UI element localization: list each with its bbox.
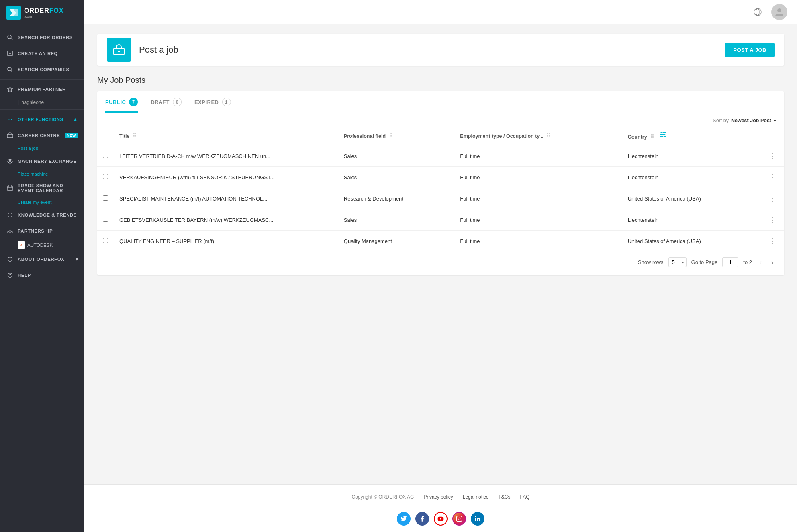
row-employment-type-2: Full time xyxy=(454,188,622,209)
post-a-job-button[interactable]: POST A JOB xyxy=(725,43,775,57)
row-action-menu-3[interactable]: ⋮ xyxy=(766,215,779,225)
sidebar-item-help[interactable]: HELP xyxy=(0,267,84,283)
row-country-3: Liechtenstein xyxy=(622,209,761,231)
tab-draft[interactable]: DRAFT 0 xyxy=(151,91,182,113)
sidebar-item-label: CREATE AN RFQ xyxy=(18,51,58,56)
column-settings-icon[interactable] xyxy=(659,132,667,140)
tab-expired-label: EXPIRED xyxy=(194,99,219,105)
footer-link-legal[interactable]: Legal notice xyxy=(463,494,489,505)
table-row: SPECIALIST MAINTENANCE (m/f) AUTOMATION … xyxy=(97,188,784,209)
tab-expired-count: 1 xyxy=(222,98,231,106)
sidebar-item-partnership[interactable]: PARTNERSHIP xyxy=(0,223,84,239)
sidebar-item-create-event[interactable]: Create my event xyxy=(0,197,84,207)
autodesk-label: AUTODESK xyxy=(27,243,53,248)
page-body: Post a job POST A JOB My Job Posts PUBLI… xyxy=(84,24,797,484)
goto-label: Go to Page xyxy=(691,259,718,265)
table-row: LEITER VERTRIEB D-A-CH m/w WERKZEUGMASCH… xyxy=(97,145,784,167)
footer-links: Copyright © ORDERFOX AG Privacy policy L… xyxy=(84,494,797,505)
col-drag-title[interactable]: ⠿ xyxy=(133,133,137,139)
footer-link-privacy[interactable]: Privacy policy xyxy=(423,494,453,505)
rows-per-page-select[interactable]: 5 10 25 50 xyxy=(668,257,687,267)
tab-expired[interactable]: EXPIRED 1 xyxy=(194,91,231,113)
row-checkbox-2[interactable] xyxy=(103,195,108,201)
create-event-label: Create my event xyxy=(18,200,51,205)
sidebar-item-other-functions[interactable]: ··· OTHER FUNCTIONS ▲ xyxy=(0,111,84,127)
sidebar-item-post-a-job[interactable]: Post a job xyxy=(0,143,84,153)
sidebar-item-search-orders[interactable]: SEARCH FOR ORDERS xyxy=(0,29,84,45)
row-title-4: QUALITY ENGINEER – SUPPLIER (m/f) xyxy=(114,231,338,252)
goto-page-input[interactable] xyxy=(722,257,738,267)
row-checkbox-4[interactable] xyxy=(103,238,108,243)
sort-value[interactable]: Newest Job Post xyxy=(731,118,771,123)
rows-select-wrapper: 5 10 25 50 xyxy=(668,257,687,267)
row-checkbox-1[interactable] xyxy=(103,174,108,179)
footer-link-tcs[interactable]: T&Cs xyxy=(498,494,510,505)
sidebar-item-search-companies[interactable]: SEARCH COMPANIES xyxy=(0,61,84,78)
sidebar-item-label: SEARCH FOR ORDERS xyxy=(18,35,73,40)
pagination-row: Show rows 5 10 25 50 Go to Page to 2 ‹ › xyxy=(97,252,784,269)
sort-label: Sort by xyxy=(713,118,729,123)
svg-point-28 xyxy=(10,258,10,258)
svg-rect-17 xyxy=(7,186,13,190)
search-companies-icon xyxy=(6,66,14,73)
social-icon-facebook[interactable] xyxy=(415,512,429,526)
col-drag-employment-type[interactable]: ⠿ xyxy=(546,133,551,139)
sidebar-item-create-rfq[interactable]: CREATE AN RFQ xyxy=(0,45,84,61)
next-page-button[interactable]: › xyxy=(769,258,776,267)
social-icon-linkedin[interactable] xyxy=(471,512,484,526)
row-employment-type-3: Full time xyxy=(454,209,622,231)
row-checkbox-3[interactable] xyxy=(103,217,108,222)
row-checkbox-cell xyxy=(97,167,114,188)
social-icon-twitter[interactable] xyxy=(397,512,411,526)
autodesk-logo: A xyxy=(18,241,25,249)
footer-link-faq[interactable]: FAQ xyxy=(520,494,529,505)
col-header-professional-field: Professional field ⠿ xyxy=(338,127,455,145)
row-action-menu-1[interactable]: ⋮ xyxy=(766,172,779,182)
sidebar-item-career-centre[interactable]: CAREER CENTRE NEW xyxy=(0,127,84,143)
place-machine-label: Place machine xyxy=(18,172,48,176)
sidebar-item-label: SEARCH COMPANIES xyxy=(18,67,69,72)
svg-rect-46 xyxy=(456,516,462,521)
col-drag-country[interactable]: ⠿ xyxy=(650,133,654,140)
premium-partner-icon xyxy=(6,86,14,93)
tab-draft-count: 0 xyxy=(173,98,182,106)
tab-public-count: 7 xyxy=(129,98,138,106)
prev-page-button[interactable]: ‹ xyxy=(757,258,764,267)
globe-button[interactable] xyxy=(750,5,765,19)
sidebar-item-about-orderfox[interactable]: ABOUT ORDERFOX ▾ xyxy=(0,251,84,267)
sidebar-item-label: HELP xyxy=(18,273,31,278)
tab-public[interactable]: PUBLIC 7 xyxy=(105,91,138,113)
sidebar-item-machinery-exchange[interactable]: MACHINERY EXCHANGE xyxy=(0,153,84,169)
row-action-menu-0[interactable]: ⋮ xyxy=(766,151,779,161)
page-header-card: Post a job POST A JOB xyxy=(97,34,784,66)
sidebar-item-trade-show[interactable]: TRADE SHOW AND EVENT CALENDAR xyxy=(0,179,84,197)
social-icon-youtube[interactable] xyxy=(434,512,448,526)
sidebar-item-premium-partner[interactable]: PREMIUM PARTNER xyxy=(0,81,84,97)
sidebar-item-place-machine[interactable]: Place machine xyxy=(0,169,84,179)
row-checkbox-0[interactable] xyxy=(103,153,108,158)
col-drag-professional-field[interactable]: ⠿ xyxy=(389,133,393,139)
tabs-row: PUBLIC 7 DRAFT 0 EXPIRED 1 xyxy=(97,91,784,113)
row-action-menu-2[interactable]: ⋮ xyxy=(766,193,779,204)
show-rows-label: Show rows xyxy=(638,259,664,265)
social-icon-instagram[interactable] xyxy=(452,512,466,526)
sidebar-item-knowledge-trends[interactable]: KNOWLEDGE & TRENDS xyxy=(0,207,84,223)
col-header-title: Title ⠿ xyxy=(114,127,338,145)
post-a-job-label: Post a job xyxy=(18,146,38,151)
sidebar-item-autodesk[interactable]: A AUTODESK xyxy=(0,239,84,251)
row-professional-field-1: Sales xyxy=(338,167,455,188)
partner-name: hagnleone xyxy=(21,100,44,105)
svg-point-25 xyxy=(11,231,12,233)
sort-row: Sort by Newest Job Post ▾ xyxy=(97,113,784,127)
create-rfq-icon xyxy=(6,50,14,57)
sidebar-item-label: KNOWLEDGE & TRENDS xyxy=(18,213,77,217)
tab-draft-label: DRAFT xyxy=(151,99,170,105)
svg-point-36 xyxy=(777,8,781,12)
user-avatar[interactable] xyxy=(771,4,787,20)
about-orderfox-icon xyxy=(6,256,14,263)
tab-public-label: PUBLIC xyxy=(105,99,126,105)
svg-point-42 xyxy=(661,132,662,133)
row-action-menu-4[interactable]: ⋮ xyxy=(766,236,779,246)
row-professional-field-3: Sales xyxy=(338,209,455,231)
social-icons xyxy=(84,512,797,526)
